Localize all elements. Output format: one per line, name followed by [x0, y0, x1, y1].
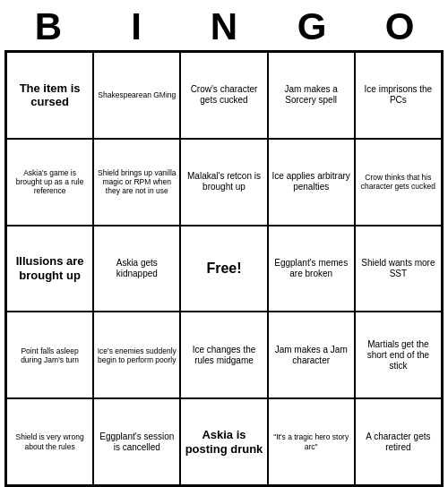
bingo-cell-2[interactable]: Crow's character gets cucked — [180, 52, 267, 139]
bingo-cell-0[interactable]: The item is cursed — [6, 52, 93, 139]
bingo-cell-5[interactable]: Askia's game is brought up as a rule ref… — [6, 139, 93, 226]
bingo-cell-19[interactable]: Martials get the short end of the stick — [355, 312, 442, 398]
bingo-cell-14[interactable]: Shield wants more SST — [355, 226, 442, 312]
bingo-grid: The item is cursedShakespearean GMingCro… — [4, 50, 444, 487]
bingo-cell-15[interactable]: Point falls asleep during Jam's turn — [6, 312, 93, 398]
bingo-cell-4[interactable]: Ice imprisons the PCs — [355, 52, 442, 139]
bingo-cell-1[interactable]: Shakespearean GMing — [93, 52, 180, 139]
bingo-cell-13[interactable]: Eggplant's memes are broken — [268, 226, 355, 312]
bingo-cell-7[interactable]: Malakal's retcon is brought up — [180, 139, 267, 226]
letter-n: N — [185, 5, 263, 48]
bingo-cell-21[interactable]: Eggplant's session is cancelled — [93, 398, 180, 485]
letter-o: O — [360, 5, 439, 48]
bingo-cell-18[interactable]: Jam makes a Jam character — [268, 312, 355, 398]
bingo-title-row: B I N G O — [4, 0, 444, 50]
letter-g: G — [272, 5, 351, 48]
bingo-cell-10[interactable]: Illusions are brought up — [6, 226, 93, 312]
bingo-cell-9[interactable]: Crow thinks that his character gets cuck… — [355, 139, 442, 226]
bingo-cell-11[interactable]: Askia gets kidnapped — [93, 226, 180, 312]
bingo-cell-3[interactable]: Jam makes a Sorcery spell — [268, 52, 355, 139]
bingo-cell-17[interactable]: Ice changes the rules midgame — [180, 312, 267, 398]
letter-i: I — [97, 5, 176, 48]
bingo-cell-20[interactable]: Shield is very wrong about the rules — [6, 398, 93, 485]
bingo-cell-22[interactable]: Askia is posting drunk — [180, 398, 267, 485]
bingo-cell-12[interactable]: Free! — [180, 226, 267, 312]
letter-b: B — [9, 5, 88, 48]
bingo-cell-24[interactable]: A character gets retired — [355, 398, 442, 485]
bingo-cell-8[interactable]: Ice applies arbitrary penalties — [268, 139, 355, 226]
bingo-cell-23[interactable]: "It's a tragic hero story arc" — [268, 398, 355, 485]
bingo-cell-6[interactable]: Shield brings up vanilla magic or RPM wh… — [93, 139, 180, 226]
bingo-cell-16[interactable]: Ice's enemies suddenly begin to perform … — [93, 312, 180, 398]
